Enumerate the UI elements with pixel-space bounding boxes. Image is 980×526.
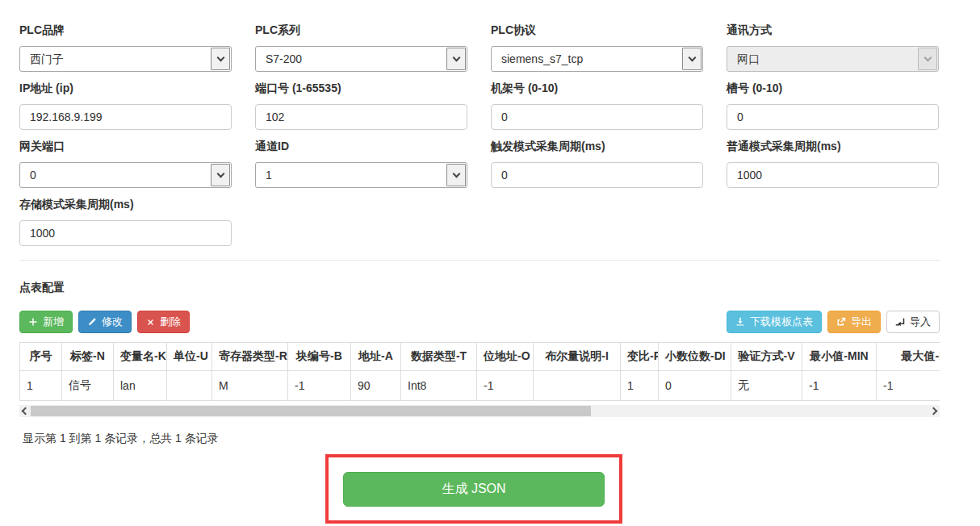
import-icon — [895, 317, 905, 327]
plc-series-label: PLC系列 — [255, 23, 467, 37]
plc-brand-select[interactable]: 西门子 — [19, 46, 232, 72]
download-template-label: 下载模板点表 — [750, 315, 813, 329]
cell-unit — [167, 371, 212, 401]
field-channel-id: 通道ID 1 — [255, 140, 467, 188]
comm-mode-label: 通讯方式 — [727, 23, 939, 37]
col-header-validation: 验证方式-V — [731, 343, 802, 371]
cell-ratio: 1 — [621, 371, 659, 401]
gateway-port-select[interactable]: 0 — [19, 162, 232, 188]
cell-index: 1 — [20, 371, 62, 401]
section-divider — [19, 260, 940, 261]
points-table: 序号 标签-N 变量名-K 单位-U 寄存器类型-R 块编号-B 地址-A 数据… — [19, 342, 940, 401]
chevron-down-icon — [918, 48, 937, 70]
channel-id-label: 通道ID — [255, 140, 467, 153]
annotation-red-box: 生成 JSON — [325, 454, 622, 524]
chevron-down-icon — [211, 48, 230, 70]
field-normal-period: 普通模式采集周期(ms) — [727, 140, 939, 188]
field-ip-address: IP地址 (ip) — [19, 81, 232, 130]
points-table-title: 点表配置 — [19, 281, 940, 295]
rack-input[interactable] — [491, 104, 703, 130]
delete-button-label: 删除 — [160, 315, 181, 329]
ip-address-input[interactable] — [19, 104, 232, 130]
export-icon — [836, 317, 846, 327]
col-header-address: 地址-A — [351, 343, 401, 371]
col-header-tag: 标签-N — [62, 343, 114, 371]
comm-mode-select-disabled: 网口 — [727, 46, 939, 72]
download-template-button[interactable]: 下载模板点表 — [727, 311, 822, 333]
field-plc-brand: PLC品牌 西门子 — [19, 23, 232, 72]
normal-period-label: 普通模式采集周期(ms) — [727, 140, 939, 153]
plc-protocol-value: siemens_s7_tcp — [501, 52, 583, 65]
col-header-data-type: 数据类型-T — [401, 343, 477, 371]
col-header-decimals: 小数位数-DI — [659, 343, 731, 371]
plc-brand-label: PLC品牌 — [19, 23, 232, 37]
add-button[interactable]: 新增 — [19, 311, 73, 333]
field-gateway-port: 网关端口 0 — [19, 140, 232, 188]
cell-validation: 无 — [731, 371, 802, 401]
field-storage-period: 存储模式采集周期(ms) — [19, 198, 232, 246]
chevron-down-icon — [446, 48, 466, 70]
plc-brand-value: 西门子 — [30, 52, 64, 65]
pencil-icon — [87, 317, 97, 327]
plc-protocol-label: PLC协议 — [491, 23, 703, 37]
table-horizontal-scrollbar[interactable] — [19, 405, 940, 417]
generate-json-button[interactable]: 生成 JSON — [343, 472, 605, 507]
trigger-period-label: 触发模式采集周期(ms) — [491, 140, 703, 153]
ip-address-label: IP地址 (ip) — [19, 81, 232, 95]
plus-icon — [28, 317, 38, 327]
channel-id-value: 1 — [266, 169, 272, 182]
delete-button[interactable]: 删除 — [137, 311, 190, 333]
import-button[interactable]: 导入 — [886, 311, 940, 333]
download-icon — [735, 317, 745, 327]
import-button-label: 导入 — [910, 315, 931, 329]
col-header-bool-desc: 布尔量说明-I — [534, 343, 621, 371]
normal-period-input[interactable] — [727, 162, 939, 188]
toolbar-right-group: 下载模板点表 导出 导入 — [727, 311, 940, 333]
cell-data-type: Int8 — [401, 371, 477, 401]
port-input[interactable] — [255, 104, 467, 130]
gateway-port-label: 网关端口 — [19, 140, 232, 153]
field-port: 端口号 (1-65535) — [255, 81, 467, 130]
field-plc-protocol: PLC协议 siemens_s7_tcp — [491, 23, 703, 72]
chevron-right-icon[interactable] — [930, 407, 938, 415]
col-header-max: 最大值-MAX — [877, 343, 940, 371]
cell-tag: 信号 — [62, 371, 114, 401]
points-table-container: 序号 标签-N 变量名-K 单位-U 寄存器类型-R 块编号-B 地址-A 数据… — [19, 342, 940, 401]
cell-min: -1 — [802, 371, 877, 401]
chevron-down-icon — [211, 164, 230, 186]
chevron-left-icon[interactable] — [22, 407, 30, 415]
col-header-register-type: 寄存器类型-R — [212, 343, 288, 371]
add-button-label: 新增 — [43, 315, 64, 329]
edit-button[interactable]: 修改 — [78, 311, 132, 333]
table-row[interactable]: 1 信号 lan M -1 90 Int8 -1 1 0 无 -1 -1 — [20, 371, 940, 401]
scrollbar-thumb[interactable] — [31, 406, 591, 416]
channel-id-select[interactable]: 1 — [255, 162, 467, 188]
x-icon — [146, 318, 155, 327]
cell-decimals: 0 — [659, 371, 731, 401]
edit-button-label: 修改 — [102, 315, 123, 329]
points-toolbar: 新增 修改 删除 下载模板点表 导出 导入 — [19, 311, 940, 333]
chevron-down-icon — [446, 164, 466, 186]
plc-protocol-select[interactable]: siemens_s7_tcp — [491, 46, 703, 72]
storage-period-input[interactable] — [19, 220, 232, 246]
field-slot: 槽号 (0-10) — [727, 81, 939, 130]
plc-config-panel: PLC品牌 西门子 PLC系列 S7-200 PLC协议 siemens_s7_… — [19, 23, 940, 446]
export-button[interactable]: 导出 — [827, 311, 881, 333]
col-header-unit: 单位-U — [167, 343, 212, 371]
plc-form: PLC品牌 西门子 PLC系列 S7-200 PLC协议 siemens_s7_… — [19, 23, 940, 246]
plc-series-value: S7-200 — [266, 52, 302, 65]
plc-series-select[interactable]: S7-200 — [255, 46, 467, 72]
cell-bit-address: -1 — [477, 371, 534, 401]
field-trigger-period: 触发模式采集周期(ms) — [491, 140, 703, 188]
cell-varname: lan — [114, 371, 167, 401]
cell-bool-desc — [534, 371, 621, 401]
cell-register-type: M — [212, 371, 288, 401]
col-header-index: 序号 — [20, 343, 62, 371]
col-header-bit-address: 位地址-O — [477, 343, 534, 371]
field-comm-mode: 通讯方式 网口 — [727, 23, 939, 72]
slot-input[interactable] — [727, 104, 939, 130]
port-label: 端口号 (1-65535) — [255, 81, 467, 95]
rack-label: 机架号 (0-10) — [491, 81, 703, 95]
trigger-period-input[interactable] — [491, 162, 703, 188]
slot-label: 槽号 (0-10) — [727, 81, 939, 95]
